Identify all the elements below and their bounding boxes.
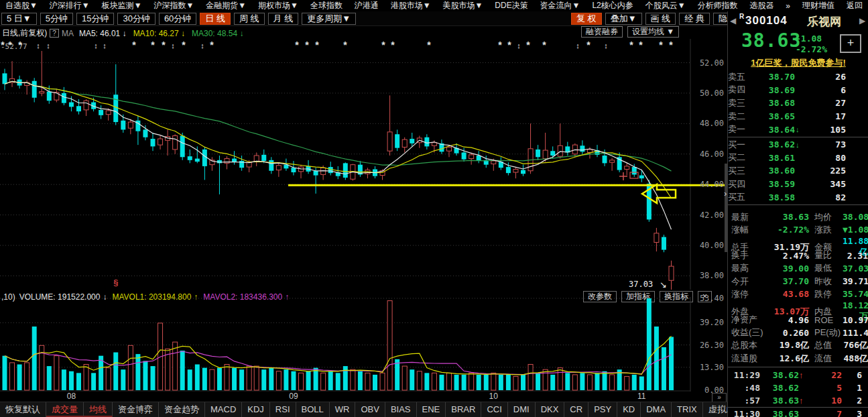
ma-labels: MA5: 46.01 ↓MA10: 46.27 ↓MA30: 48.54 ↓ [79,29,251,38]
menu-item-10[interactable]: DDE决策 [495,0,528,11]
period-button-5[interactable]: 日 线 [200,13,231,25]
menu-item-8[interactable]: 港股市场▼ [391,0,431,11]
indicator-tab-5[interactable]: MACD [205,402,242,417]
menu-item-3[interactable]: 沪深指数▼ [153,0,194,11]
indicator-tab-14[interactable]: CCI [481,402,507,417]
stat-row-7: 外盘13.07万内盘18.12万 [728,300,868,313]
menu-item-12[interactable]: L2核心内参 [592,0,633,11]
indicator-tab-2[interactable]: 均线 [84,402,113,417]
period-button-4[interactable]: 60分钟 [159,13,196,25]
menu-item-14[interactable]: 分析师指数 [698,0,738,11]
indicator-tab-8[interactable]: BOLL [296,402,330,417]
stat-value: 37.70 [769,276,809,286]
bid-row-1: 买二38.6180 [728,152,868,165]
tick-price: 38.62 [760,370,799,380]
indicator-tab-6[interactable]: KDJ [242,402,270,417]
indicator-tab-12[interactable]: ENE [417,402,446,417]
promo-link[interactable]: 1亿巨奖，股民免费参与! [728,57,868,69]
bid-qty: 80 [804,153,846,163]
prev-stock-icon[interactable]: ◀ [730,16,736,25]
menu-item-7[interactable]: 沪港通 [355,0,379,11]
stat-label: 最低 [809,262,843,274]
chart-tool-button-1[interactable]: 叠加▼ [605,13,642,25]
menu-item-16[interactable]: » [786,1,790,11]
period-button-2[interactable]: 15分钟 [76,13,114,25]
add-to-watchlist-button[interactable]: + [840,34,861,53]
splitter-chevron-icon[interactable]: › [724,188,727,198]
stat-value: 10.97% [843,315,868,325]
indicator-tab-13[interactable]: BRAR [446,402,481,417]
indicator-tab-21[interactable]: TRIX [672,402,703,417]
indicator-tab-16[interactable]: DKX [536,402,565,417]
menu-item-11[interactable]: 资金流向▼ [540,0,580,11]
chart-header-button-1[interactable]: 设置均线 ▼ [627,26,679,38]
chart-tool-button-0[interactable]: 复 权 [571,13,602,25]
svg-text:*: * [391,40,395,50]
period-button-1[interactable]: 5分钟 [40,13,73,25]
menu-item-6[interactable]: 全球指数 [310,0,343,11]
period-button-0[interactable]: 5 日▼ [1,13,37,25]
indicator-tab-1[interactable]: 成交量 [46,402,84,417]
help-icon[interactable]: ? [50,29,59,38]
price-axis-label: 38.00 [692,271,724,280]
indicator-tab-20[interactable]: DMA [641,402,672,417]
volume-axis-label: 13.30 [692,363,724,372]
indicator-tab-15[interactable]: DMI [508,402,536,417]
indicator-tab-19[interactable]: KD [617,402,641,417]
ask-label: 卖三 [728,97,753,109]
indicator-tab-3[interactable]: 资金博弈 [113,402,159,417]
svg-text:*: * [151,40,155,50]
indicator-tab-17[interactable]: CR [564,402,588,417]
chart-header-button-0[interactable]: 融资融券 [581,26,623,38]
svg-text:↕: ↕ [517,42,521,50]
menu-item-9[interactable]: 美股市场▼ [443,0,483,11]
menu-item-5[interactable]: 期权市场▼ [258,0,298,11]
last-price: 38.63 [741,29,801,52]
price-change: -1.08 [796,34,822,44]
indicator-tab-10[interactable]: OBV [355,402,385,417]
menu-item-18[interactable]: 返回 [847,0,863,11]
indicator-tab-9[interactable]: WR [330,402,356,417]
ask-row-1: 卖四38.696 [728,84,868,97]
stat-value: 2.47% [769,251,809,261]
ask-price: 38.65 [753,111,795,121]
indicator-tab-4[interactable]: 资金趋势 [159,402,205,417]
menu-item-13[interactable]: 个股风云▼ [645,0,686,11]
next-stock-icon[interactable]: ▶ [859,16,865,25]
stat-label: 最高 [731,262,769,274]
candlestick-chart[interactable]: §***↕↕↕↕***↕*↕**********↕**↕*↕**** [0,39,727,290]
period-button-7[interactable]: 月 线 [268,13,299,25]
bid-label: 买四 [728,178,753,190]
chart-header-buttons: 融资融券设置均线 ▼ [576,26,679,38]
indicator-tab-0[interactable]: 恢复默认 [0,402,46,417]
stat-value: 12.6亿 [769,353,809,365]
menu-item-2[interactable]: 板块监测▼ [102,0,142,11]
chart-tool-button-2[interactable]: 画 线 [645,13,676,25]
menu-item-0[interactable]: 自选股▼ [5,0,38,11]
ask-levels: 卖五38.7026卖四38.696卖三38.6827卖二38.6517卖一38.… [728,70,868,136]
menu-item-15[interactable]: 选股器 [749,0,773,11]
volume-axis-label: 26.30 [692,341,724,350]
indicator-tab-11[interactable]: BIAS [385,402,417,417]
stat-label: 总股本 [731,339,769,351]
chart-tool-button-3[interactable]: 经 典 [679,13,710,25]
menu-item-1[interactable]: 沪深排行▼ [50,0,90,11]
ask-label: 卖五 [728,71,753,83]
indicator-tab-7[interactable]: RSI [270,402,296,417]
period-button-3[interactable]: 30分钟 [117,13,155,25]
stat-value: 4.96 [769,315,809,325]
chart-title: 日线,前复权) [2,27,47,39]
svg-text:*: * [305,40,309,50]
menu-item-17[interactable]: 理财增值 [802,0,834,11]
tick-volume: 10 [807,396,842,406]
stat-label: 净资产 [731,314,769,326]
period-button-6[interactable]: 周 线 [234,13,265,25]
stat-label: 跌停 [809,288,843,300]
svg-text:*: * [182,40,186,50]
volume-chart[interactable] [0,297,727,392]
ask-row-3: 卖二38.6517 [728,110,868,123]
menu-item-4[interactable]: 金融期货▼ [206,0,246,11]
indicator-tab-18[interactable]: PSY [588,402,617,417]
svg-text:*: * [381,40,385,50]
period-button-8[interactable]: 更多周期▼ [302,13,356,25]
